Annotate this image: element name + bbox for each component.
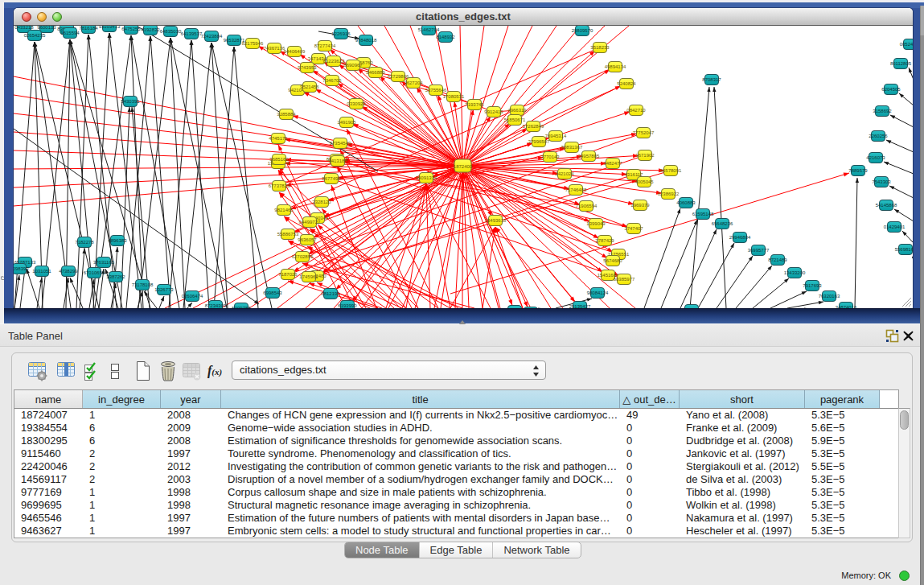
svg-text:9636057: 9636057 xyxy=(298,237,317,242)
svg-text:4216073: 4216073 xyxy=(866,155,885,160)
svg-text:13433200: 13433200 xyxy=(784,270,806,275)
svg-text:02606474: 02606474 xyxy=(182,294,203,299)
svg-text:57262849: 57262849 xyxy=(523,124,544,129)
svg-text:7889579: 7889579 xyxy=(848,168,868,173)
svg-text:7917693: 7917693 xyxy=(803,283,822,288)
svg-text:17080531: 17080531 xyxy=(443,94,465,99)
svg-text:01429401: 01429401 xyxy=(884,225,906,229)
svg-text:34957885: 34957885 xyxy=(578,154,600,159)
svg-text:29946804: 29946804 xyxy=(729,235,751,240)
svg-text:7770143: 7770143 xyxy=(540,154,560,159)
svg-text:64835030: 64835030 xyxy=(160,29,182,34)
svg-text:6475255: 6475255 xyxy=(121,27,141,31)
svg-text:7543303: 7543303 xyxy=(872,179,891,184)
svg-text:3685160: 3685160 xyxy=(269,157,289,162)
svg-text:28809570: 28809570 xyxy=(572,28,593,33)
svg-text:3285884: 3285884 xyxy=(277,112,296,117)
svg-text:27354549: 27354549 xyxy=(330,141,351,146)
svg-text:4738299: 4738299 xyxy=(59,269,78,274)
svg-text:94406409: 94406409 xyxy=(284,49,306,54)
svg-text:3482477: 3482477 xyxy=(603,161,622,166)
svg-text:62729806: 62729806 xyxy=(388,74,409,79)
svg-text:0842710: 0842710 xyxy=(626,108,646,113)
svg-text:5009788: 5009788 xyxy=(232,306,251,308)
svg-text:71906594: 71906594 xyxy=(576,204,598,208)
svg-text:0812191: 0812191 xyxy=(321,291,340,296)
svg-text:9600133: 9600133 xyxy=(37,26,56,30)
svg-text:93103413: 93103413 xyxy=(99,26,121,29)
svg-text:8148932: 8148932 xyxy=(436,35,455,39)
svg-text:8721489: 8721489 xyxy=(768,257,787,262)
svg-text:4896383: 4896383 xyxy=(108,238,127,243)
svg-text:4060883: 4060883 xyxy=(676,200,696,205)
svg-text:7182278: 7182278 xyxy=(75,240,94,245)
svg-text:1031051: 1031051 xyxy=(32,269,51,274)
svg-text:9413186: 9413186 xyxy=(328,159,347,163)
svg-text:13493618: 13493618 xyxy=(485,218,507,223)
svg-text:80831367: 80831367 xyxy=(561,145,583,150)
svg-text:0433218: 0433218 xyxy=(14,26,34,30)
svg-text:4966319: 4966319 xyxy=(507,108,527,113)
svg-text:81223623: 81223623 xyxy=(323,59,345,64)
svg-text:04499727: 04499727 xyxy=(299,220,321,225)
svg-text:34874016: 34874016 xyxy=(836,305,857,308)
svg-text:64139537: 64139537 xyxy=(181,31,203,36)
svg-text:99091334: 99091334 xyxy=(416,175,437,180)
svg-text:25135427: 25135427 xyxy=(569,304,591,308)
svg-text:3518233: 3518233 xyxy=(590,45,610,50)
svg-text:1872400: 1872400 xyxy=(454,164,473,169)
svg-text:77752047: 77752047 xyxy=(633,130,655,135)
svg-text:1745961: 1745961 xyxy=(299,274,318,279)
svg-text:60385977: 60385977 xyxy=(614,277,635,282)
svg-text:53755646: 53755646 xyxy=(425,88,447,93)
svg-text:86578091: 86578091 xyxy=(660,168,682,173)
svg-text:82175946: 82175946 xyxy=(242,41,264,46)
svg-text:97848018: 97848018 xyxy=(355,38,377,43)
svg-text:76320163: 76320163 xyxy=(819,294,840,299)
svg-text:2260256: 2260256 xyxy=(869,134,888,138)
svg-text:4745171: 4745171 xyxy=(269,136,288,141)
svg-text:1615594: 1615594 xyxy=(60,31,80,35)
svg-text:61595148: 61595148 xyxy=(692,212,714,216)
svg-text:8677496: 8677496 xyxy=(322,176,341,181)
svg-text:6690967: 6690967 xyxy=(343,63,363,68)
svg-text:1399049: 1399049 xyxy=(586,221,606,226)
svg-text:5466889: 5466889 xyxy=(366,70,385,75)
svg-text:37631165: 37631165 xyxy=(93,260,115,265)
svg-text:73178108: 73178108 xyxy=(132,282,154,287)
svg-text:65648236: 65648236 xyxy=(712,221,733,226)
svg-text:4005045: 4005045 xyxy=(634,179,654,184)
svg-text:51462704: 51462704 xyxy=(418,27,440,32)
svg-text:02654235: 02654235 xyxy=(24,33,46,38)
svg-text:55698169: 55698169 xyxy=(895,247,913,252)
svg-text:1824493: 1824493 xyxy=(682,307,701,308)
svg-text:55886753: 55886753 xyxy=(277,232,299,237)
svg-text:1326773: 1326773 xyxy=(154,287,174,292)
svg-text:87277434: 87277434 xyxy=(314,43,336,48)
svg-text:3158692: 3158692 xyxy=(873,109,892,113)
svg-text:76945314: 76945314 xyxy=(545,134,567,138)
svg-text:67010651: 67010651 xyxy=(84,270,105,275)
svg-text:6204505: 6204505 xyxy=(881,87,901,92)
svg-text:9521456: 9521456 xyxy=(300,84,319,89)
svg-text:2421024: 2421024 xyxy=(555,171,574,176)
svg-text:37996507: 37996507 xyxy=(528,139,550,144)
svg-text:1491905: 1491905 xyxy=(337,120,356,125)
svg-text:54145868: 54145868 xyxy=(876,203,897,208)
svg-text:4192832: 4192832 xyxy=(141,27,160,32)
svg-text:5098393: 5098393 xyxy=(14,266,29,271)
svg-text:3387262: 3387262 xyxy=(106,274,125,279)
svg-text:7193745: 7193745 xyxy=(465,102,484,107)
svg-text:9743953: 9743953 xyxy=(298,65,317,70)
svg-text:74367136: 74367136 xyxy=(264,46,285,51)
svg-text:6998543: 6998543 xyxy=(263,290,282,295)
svg-text:1969379: 1969379 xyxy=(630,203,650,208)
svg-text:51850671: 51850671 xyxy=(504,117,526,122)
svg-text:62702895: 62702895 xyxy=(292,254,314,259)
svg-text:5240824: 5240824 xyxy=(617,81,636,86)
svg-text:8708317: 8708317 xyxy=(702,77,721,82)
svg-text:98084124: 98084124 xyxy=(587,290,609,295)
svg-text:71746488: 71746488 xyxy=(565,187,587,192)
svg-text:62386922: 62386922 xyxy=(658,192,680,196)
svg-text:87234309: 87234309 xyxy=(205,303,227,308)
